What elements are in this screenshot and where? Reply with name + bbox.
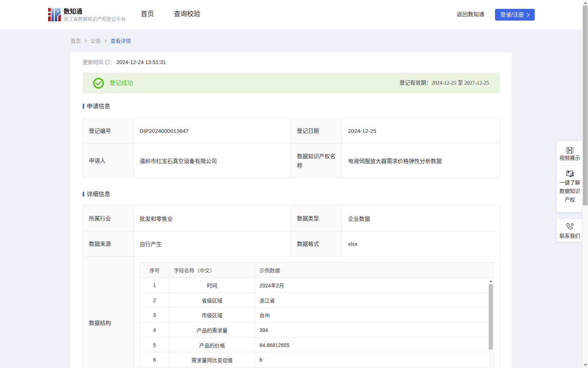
- svg-text:?: ?: [106, 60, 108, 64]
